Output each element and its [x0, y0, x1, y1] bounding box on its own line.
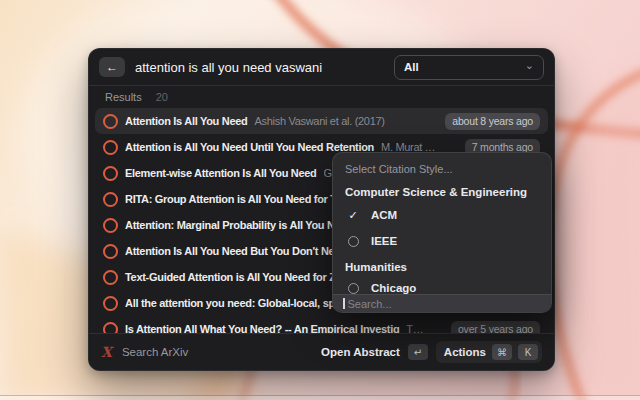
- arxiv-paper-icon: [103, 166, 118, 181]
- chevron-down-icon: ⌄: [525, 59, 534, 72]
- result-title: Element-wise Attention Is All You Need: [125, 167, 317, 179]
- dropdown-item-acm[interactable]: ✓ ACM: [345, 204, 539, 226]
- dropdown-section-cs: Computer Science & Engineering: [345, 184, 539, 200]
- search-placeholder: Search...: [348, 298, 392, 310]
- arxiv-paper-icon: [103, 270, 118, 285]
- dropdown-title: Select Citation Style...: [345, 161, 539, 177]
- check-icon: ✓: [348, 209, 357, 222]
- dropdown-item-label: Chicago: [371, 282, 416, 294]
- result-row[interactable]: Is Attention All What You Need? -- An Em…: [95, 316, 548, 333]
- filter-selected-value: All: [404, 61, 525, 73]
- result-age-badge: about 8 years ago: [445, 113, 540, 130]
- results-count: 20: [156, 91, 168, 103]
- text-cursor: [343, 298, 345, 309]
- arxiv-paper-icon: [103, 322, 118, 334]
- category-filter-dropdown[interactable]: All ⌄: [394, 55, 544, 80]
- arxiv-paper-icon: [103, 244, 118, 259]
- dropdown-search-input[interactable]: Search...: [333, 294, 551, 312]
- action-bar: X Search ArXiv Open Abstract ↵ Actions ⌘…: [89, 333, 554, 370]
- result-title: Attention is All You Need Until You Need…: [125, 141, 374, 153]
- arxiv-paper-icon: [103, 218, 118, 233]
- results-section-header: Results 20: [89, 86, 554, 108]
- extension-name: Search ArXiv: [122, 346, 188, 358]
- arxiv-paper-icon: [103, 296, 118, 311]
- back-button[interactable]: ←: [99, 57, 125, 77]
- result-title: Is Attention All What You Need? -- An Em…: [125, 323, 399, 333]
- result-title: Attention Is All You Need: [125, 115, 247, 127]
- citation-style-dropdown: Select Citation Style... Computer Scienc…: [332, 152, 552, 313]
- arxiv-paper-icon: [103, 192, 118, 207]
- dropdown-body: Select Citation Style... Computer Scienc…: [333, 153, 551, 299]
- back-arrow-icon: ←: [106, 60, 118, 74]
- screen-bottom-edge: [0, 395, 640, 400]
- radio-circle-icon: [348, 236, 359, 247]
- open-abstract-button[interactable]: Open Abstract: [321, 346, 400, 358]
- search-header: ← attention is all you need vaswani All …: [89, 49, 554, 85]
- radio-circle-icon: [348, 283, 359, 294]
- dropdown-section-humanities: Humanities: [345, 259, 539, 275]
- dropdown-item-ieee[interactable]: IEEE: [345, 230, 539, 252]
- result-age-badge: over 5 years ago: [451, 321, 540, 334]
- arxiv-paper-icon: [103, 140, 118, 155]
- result-title: Attention: Marginal Probability is All Y…: [125, 219, 359, 231]
- actions-label: Actions: [444, 346, 486, 358]
- result-authors: Ashish Vaswani et al. (2017): [254, 115, 384, 127]
- results-label: Results: [105, 91, 142, 103]
- dropdown-item-label: ACM: [371, 209, 397, 221]
- search-input[interactable]: attention is all you need vaswani: [135, 60, 322, 75]
- arxiv-logo-icon: X: [101, 344, 112, 360]
- result-row-selected[interactable]: Attention Is All You Need Ashish Vaswani…: [95, 108, 548, 134]
- command-key-icon: ⌘: [492, 344, 512, 360]
- k-key-badge: K: [518, 344, 538, 360]
- result-authors: Thomas Dowdell et al. (2019): [406, 323, 427, 333]
- dropdown-item-label: IEEE: [371, 235, 397, 247]
- return-key-icon: ↵: [408, 344, 428, 360]
- actions-button[interactable]: Actions ⌘ K: [436, 341, 542, 363]
- arxiv-paper-icon: [103, 114, 118, 129]
